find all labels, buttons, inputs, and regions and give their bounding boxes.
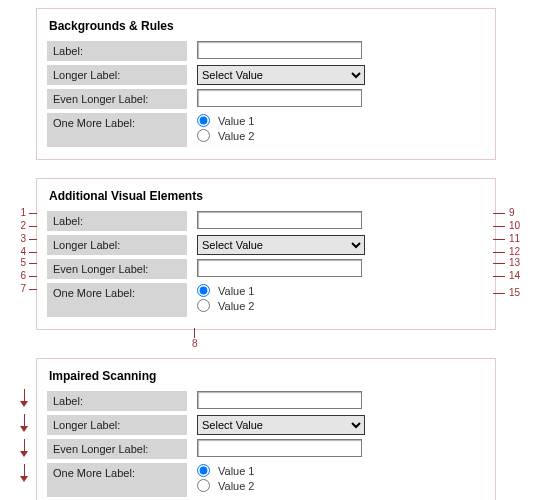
one-more-label-text: One More Label:: [47, 283, 187, 317]
callout-1: 1: [15, 208, 37, 218]
form-row: Longer Label: Select Value: [47, 233, 485, 257]
form-row: One More Label: Value 1 Value 2: [47, 461, 485, 499]
panel-additional-visual-elements: Additional Visual Elements 1 2 3 4 5 6 7…: [36, 178, 496, 330]
even-longer-label-text: Even Longer Label:: [47, 259, 187, 279]
even-longer-label-input[interactable]: [197, 89, 362, 107]
callout-8: 8: [192, 328, 198, 349]
arrow-down-icon: [17, 414, 31, 432]
value1-radio[interactable]: [197, 114, 210, 127]
longer-label-text: Longer Label:: [47, 65, 187, 85]
one-more-label-text: One More Label:: [47, 113, 187, 147]
label-text: Label:: [47, 391, 187, 411]
value1-radio[interactable]: [197, 284, 210, 297]
callout-5: 5: [15, 258, 37, 268]
panel-title: Impaired Scanning: [49, 369, 485, 383]
radio-label: Value 2: [218, 130, 255, 142]
select-value-dropdown[interactable]: Select Value: [197, 65, 365, 85]
callout-14: 14: [493, 271, 529, 281]
radio-label: Value 1: [218, 285, 255, 297]
longer-label-text: Longer Label:: [47, 415, 187, 435]
even-longer-label-input[interactable]: [197, 439, 362, 457]
value1-radio[interactable]: [197, 464, 210, 477]
arrow-down-icon: [17, 439, 31, 457]
one-more-label-text: One More Label:: [47, 463, 187, 497]
form-row: One More Label: Value 1 Value 2: [47, 111, 485, 149]
even-longer-label-input[interactable]: [197, 259, 362, 277]
panel-title: Backgrounds & Rules: [49, 19, 485, 33]
panel-impaired-scanning: Impaired Scanning Label: Longer Label: S…: [36, 358, 496, 500]
callout-9: 9: [493, 208, 529, 218]
form-row: Even Longer Label:: [47, 437, 485, 461]
select-value-dropdown[interactable]: Select Value: [197, 415, 365, 435]
form-row: Even Longer Label:: [47, 87, 485, 111]
form-row: Longer Label: Select Value: [47, 63, 485, 87]
callout-4: 4: [15, 247, 37, 257]
callout-3: 3: [15, 234, 37, 244]
even-longer-label-text: Even Longer Label:: [47, 89, 187, 109]
form-row: One More Label: Value 1 Value 2: [47, 281, 485, 319]
radio-label: Value 1: [218, 115, 255, 127]
callout-10: 10: [493, 221, 529, 231]
radio-label: Value 2: [218, 480, 255, 492]
value2-radio[interactable]: [197, 299, 210, 312]
even-longer-label-text: Even Longer Label:: [47, 439, 187, 459]
form-row: Label:: [47, 209, 485, 233]
callout-13: 13: [493, 258, 529, 268]
value2-radio[interactable]: [197, 129, 210, 142]
label-input[interactable]: [197, 41, 362, 59]
callout-2: 2: [15, 221, 37, 231]
label-input[interactable]: [197, 211, 362, 229]
form-row: Even Longer Label:: [47, 257, 485, 281]
radio-label: Value 1: [218, 465, 255, 477]
radio-label: Value 2: [218, 300, 255, 312]
callout-7: 7: [15, 284, 37, 294]
label-input[interactable]: [197, 391, 362, 409]
form-row: Longer Label: Select Value: [47, 413, 485, 437]
form-row: Label:: [47, 39, 485, 63]
panel-title: Additional Visual Elements: [49, 189, 485, 203]
form-row: Label:: [47, 389, 485, 413]
callout-6: 6: [15, 271, 37, 281]
callout-11: 11: [493, 234, 529, 244]
label-text: Label:: [47, 41, 187, 61]
longer-label-text: Longer Label:: [47, 235, 187, 255]
select-value-dropdown[interactable]: Select Value: [197, 235, 365, 255]
arrow-down-icon: [17, 389, 31, 407]
callout-12: 12: [493, 247, 529, 257]
panel-backgrounds-rules: Backgrounds & Rules Label: Longer Label:…: [36, 8, 496, 160]
arrow-down-icon: [17, 464, 31, 482]
callout-15: 15: [493, 288, 529, 298]
label-text: Label:: [47, 211, 187, 231]
value2-radio[interactable]: [197, 479, 210, 492]
